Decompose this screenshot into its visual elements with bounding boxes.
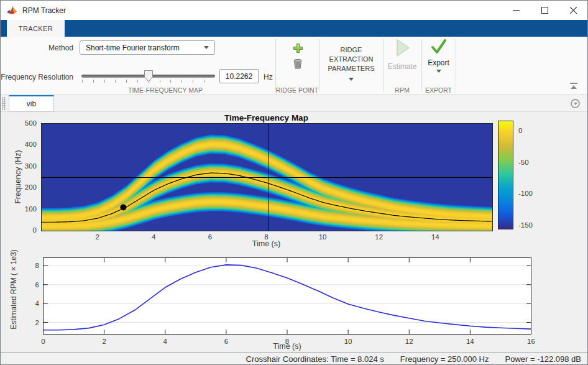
tfmap-title: Time-Frequency Map bbox=[41, 113, 492, 122]
app-window: RPM Tracker TRACKER Method Short-time Fo… bbox=[0, 0, 588, 365]
tick-label: 10 bbox=[344, 338, 352, 345]
ribbon-tabstrip: TRACKER bbox=[1, 20, 587, 37]
tick-label: 8 bbox=[35, 262, 39, 269]
tick-label: 12 bbox=[405, 338, 413, 345]
add-ridge-point-button[interactable] bbox=[287, 40, 308, 55]
chevron-up-icon bbox=[571, 85, 577, 89]
section-label-rpm: RPM bbox=[383, 86, 421, 94]
rpm-ylabel: Estimated RPM ( × 1e3) bbox=[9, 231, 18, 349]
section-label-ridge-point: RIDGE POINT bbox=[275, 86, 319, 94]
method-value: Short-time Fourier transform bbox=[86, 44, 180, 52]
titlebar: RPM Tracker bbox=[1, 1, 587, 20]
estimate-button[interactable]: Estimate bbox=[383, 38, 421, 71]
method-dropdown[interactable]: Short-time Fourier transform bbox=[80, 40, 215, 55]
tick-label: 6 bbox=[224, 338, 228, 345]
tick-label: 2 bbox=[102, 338, 106, 345]
tick-label: -150 bbox=[518, 221, 533, 229]
tfmap-xlabel: Time (s) bbox=[41, 239, 492, 248]
trash-icon bbox=[293, 58, 303, 69]
chevron-down-icon bbox=[436, 70, 441, 73]
tick-label: 2 bbox=[35, 319, 39, 326]
window-title: RPM Tracker bbox=[22, 6, 66, 15]
tick-label: 200 bbox=[25, 183, 37, 191]
tick-label: 4 bbox=[35, 300, 39, 307]
tick-label: 100 bbox=[25, 205, 37, 213]
chevron-down-icon bbox=[574, 103, 577, 105]
tab-vib[interactable]: vib bbox=[9, 95, 54, 112]
frequency-resolution-slider[interactable] bbox=[81, 70, 215, 86]
tick-label: 8 bbox=[264, 233, 268, 241]
ridge-extraction-parameters-label: RIDGE EXTRACTION PARAMETERS bbox=[322, 40, 380, 73]
tick-label: 0 bbox=[41, 338, 45, 345]
status-crosshair-power: Power = -122.098 dB bbox=[505, 354, 582, 364]
tick-label: 0 bbox=[33, 226, 37, 234]
delete-ridge-point-button[interactable] bbox=[287, 56, 308, 71]
rpm-plot bbox=[43, 257, 531, 335]
ribbon: Method Short-time Fourier transform Freq… bbox=[1, 37, 587, 95]
tick-label: 300 bbox=[25, 162, 37, 170]
section-label-export: EXPORT bbox=[421, 86, 456, 94]
chevron-down-icon bbox=[204, 46, 209, 49]
estimate-label: Estimate bbox=[383, 62, 421, 71]
tab-tracker[interactable]: TRACKER bbox=[7, 20, 65, 37]
tick-label: 8 bbox=[285, 338, 289, 345]
collapse-ribbon-button[interactable] bbox=[569, 83, 579, 91]
tfmap-ylabel: Frequency (Hz) bbox=[14, 124, 22, 230]
drag-handle[interactable] bbox=[2, 97, 6, 110]
ridge-extraction-parameters-button[interactable]: RIDGE EXTRACTION PARAMETERS bbox=[322, 40, 380, 86]
tick-label: 4 bbox=[152, 233, 155, 241]
tick-label: 2 bbox=[95, 233, 99, 241]
method-label: Method bbox=[1, 44, 76, 52]
matlab-logo-icon bbox=[6, 5, 17, 16]
play-icon bbox=[393, 38, 411, 58]
export-button[interactable]: Export bbox=[421, 38, 456, 73]
checkmark-icon bbox=[430, 38, 448, 55]
colorbar bbox=[498, 121, 513, 229]
figure-area: Time-Frequency Map Frequency (Hz) Time (… bbox=[1, 112, 588, 352]
tick-label: 12 bbox=[375, 233, 383, 241]
tick-label: 6 bbox=[208, 233, 212, 241]
export-label: Export bbox=[421, 58, 456, 67]
tfmap-canvas[interactable] bbox=[41, 123, 493, 231]
frequency-resolution-label: Frequency Resolution bbox=[1, 73, 76, 81]
tick-label: -100 bbox=[518, 190, 533, 197]
tab-options-button[interactable] bbox=[571, 99, 580, 108]
close-button[interactable] bbox=[559, 1, 587, 20]
tick-label: 4 bbox=[163, 338, 167, 345]
tick-label: 16 bbox=[527, 338, 535, 345]
chevron-down-icon bbox=[349, 78, 354, 81]
minimize-button[interactable] bbox=[502, 1, 530, 20]
frequency-resolution-input[interactable] bbox=[219, 69, 259, 83]
status-crosshair-time: Crosshair Coordinates: Time = 8.024 s bbox=[246, 354, 384, 364]
frequency-unit-label: Hz bbox=[264, 73, 273, 81]
plus-icon bbox=[293, 43, 303, 53]
status-crosshair-frequency: Frequency = 250.000 Hz bbox=[400, 354, 489, 364]
maximize-button[interactable] bbox=[530, 1, 559, 20]
section-label-time-frequency-map: TIME-FREQUENCY MAP bbox=[81, 86, 249, 94]
tick-label: 14 bbox=[466, 338, 474, 345]
tick-label: 10 bbox=[319, 233, 327, 241]
document-tabbar: vib bbox=[1, 95, 587, 112]
status-bar: Crosshair Coordinates: Time = 8.024 s Fr… bbox=[1, 352, 587, 365]
tick-label: 500 bbox=[25, 119, 37, 127]
tick-label: 0 bbox=[518, 127, 522, 134]
tick-label: 6 bbox=[35, 281, 39, 289]
slider-thumb[interactable] bbox=[144, 70, 153, 85]
tick-label: 400 bbox=[25, 141, 37, 148]
tick-label: 14 bbox=[431, 233, 439, 241]
tick-label: -50 bbox=[518, 159, 529, 166]
